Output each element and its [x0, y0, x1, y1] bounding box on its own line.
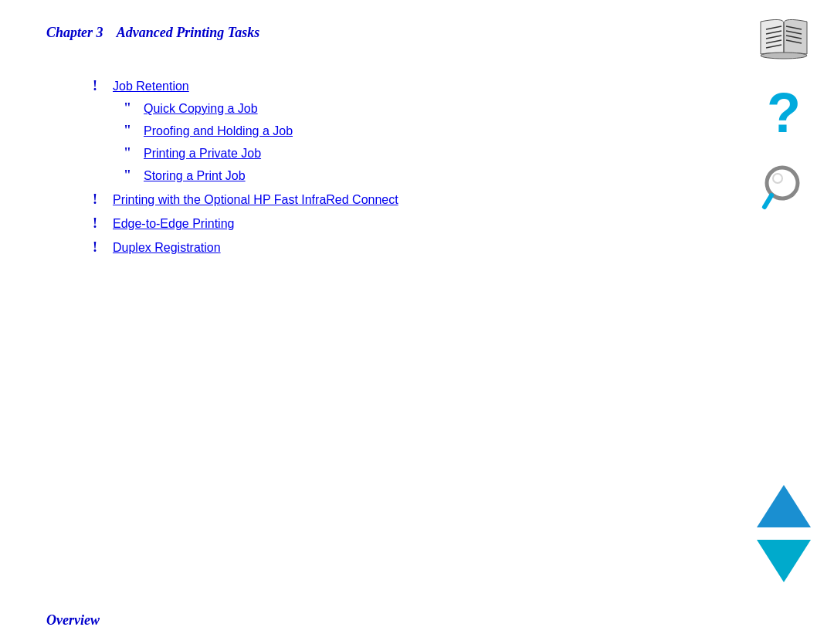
svg-point-14	[773, 174, 782, 183]
list-item: " Quick Copying a Job	[124, 100, 788, 117]
search-icon[interactable]	[761, 164, 807, 219]
footer-text: Overview	[46, 612, 100, 628]
bullet-icon: "	[124, 145, 136, 161]
page-footer: Overview	[46, 612, 100, 629]
toc-content: ! Job Retention " Quick Copying a Job " …	[0, 56, 834, 277]
toc-link-proofing[interactable]: Proofing and Holding a Job	[144, 124, 293, 138]
bullet-icon: "	[124, 100, 136, 117]
svg-line-13	[764, 195, 771, 207]
svg-point-10	[761, 53, 807, 59]
bullet-icon: "	[124, 168, 136, 184]
list-item: " Printing a Private Job	[124, 145, 788, 161]
bullet-icon: "	[124, 123, 136, 139]
page-header: Chapter 3 Advanced Printing Tasks 145	[0, 0, 834, 56]
nav-arrows	[757, 485, 811, 582]
bullet-icon: !	[93, 78, 105, 94]
toc-link-edge[interactable]: Edge-to-Edge Printing	[113, 217, 234, 231]
prev-page-button[interactable]	[757, 485, 811, 527]
bullet-icon: !	[93, 192, 105, 208]
book-icon[interactable]	[757, 15, 811, 60]
list-item: ! Job Retention	[93, 78, 788, 94]
chapter-title-text: Advanced Printing Tasks	[117, 25, 259, 40]
toc-link-private-job[interactable]: Printing a Private Job	[144, 147, 261, 161]
next-page-button[interactable]	[757, 540, 811, 582]
toc-link-quick-copying[interactable]: Quick Copying a Job	[144, 102, 258, 116]
list-item: ! Printing with the Optional HP Fast Inf…	[93, 192, 788, 208]
toc-link-duplex[interactable]: Duplex Registration	[113, 241, 221, 255]
help-icon[interactable]: ?	[763, 87, 805, 145]
list-item: ! Duplex Registration	[93, 239, 788, 256]
toc-link-infrared[interactable]: Printing with the Optional HP Fast Infra…	[113, 193, 398, 207]
toc-link-job-retention[interactable]: Job Retention	[113, 80, 189, 93]
bullet-icon: !	[93, 215, 105, 232]
list-item: " Proofing and Holding a Job	[124, 123, 788, 139]
chapter-label: Chapter 3	[46, 25, 103, 40]
toc-link-storing[interactable]: Storing a Print Job	[144, 169, 246, 183]
list-item: " Storing a Print Job	[124, 168, 788, 184]
sidebar-icons: ?	[757, 15, 811, 219]
svg-text:?: ?	[767, 87, 801, 144]
list-item: ! Edge-to-Edge Printing	[93, 215, 788, 232]
chapter-title: Chapter 3 Advanced Printing Tasks	[46, 25, 259, 41]
bullet-icon: !	[93, 239, 105, 256]
